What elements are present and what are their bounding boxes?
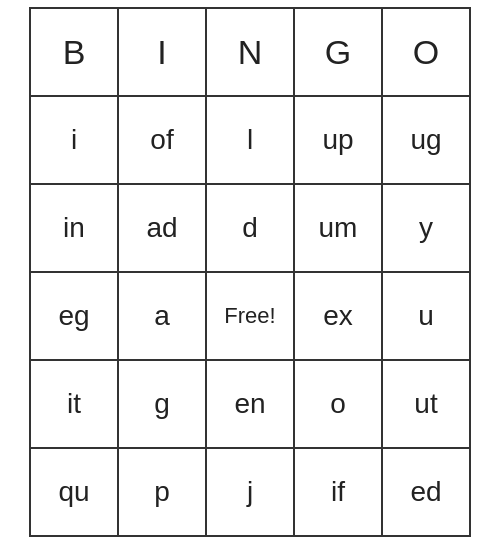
bingo-cell-r4-c4: ed (383, 449, 471, 537)
bingo-cell-r2-c4: u (383, 273, 471, 361)
bingo-cell-r0-c0: i (31, 97, 119, 185)
bingo-cell-r0-c2: l (207, 97, 295, 185)
header-row: BINGO (31, 9, 471, 97)
header-cell-o: O (383, 9, 471, 97)
header-cell-b: B (31, 9, 119, 97)
bingo-cell-r4-c0: qu (31, 449, 119, 537)
header-cell-g: G (295, 9, 383, 97)
bingo-cell-r0-c1: of (119, 97, 207, 185)
bingo-cell-r1-c0: in (31, 185, 119, 273)
bingo-row-1: inaddumy (31, 185, 471, 273)
bingo-cell-r4-c3: if (295, 449, 383, 537)
bingo-cell-r0-c4: ug (383, 97, 471, 185)
bingo-cell-r3-c1: g (119, 361, 207, 449)
bingo-card: BINGOioflupuginaddumyegaFree!exuitgenout… (29, 7, 471, 537)
bingo-cell-r3-c4: ut (383, 361, 471, 449)
bingo-cell-r1-c2: d (207, 185, 295, 273)
bingo-cell-r2-c1: a (119, 273, 207, 361)
bingo-row-4: qupjifed (31, 449, 471, 537)
header-cell-n: N (207, 9, 295, 97)
bingo-row-2: egaFree!exu (31, 273, 471, 361)
bingo-cell-r3-c0: it (31, 361, 119, 449)
bingo-cell-r1-c3: um (295, 185, 383, 273)
free-space: Free! (207, 273, 295, 361)
bingo-cell-r1-c4: y (383, 185, 471, 273)
bingo-row-0: ioflupug (31, 97, 471, 185)
bingo-cell-r2-c3: ex (295, 273, 383, 361)
bingo-cell-r4-c2: j (207, 449, 295, 537)
header-cell-i: I (119, 9, 207, 97)
bingo-cell-r0-c3: up (295, 97, 383, 185)
bingo-cell-r2-c0: eg (31, 273, 119, 361)
bingo-cell-r3-c3: o (295, 361, 383, 449)
bingo-cell-r4-c1: p (119, 449, 207, 537)
bingo-row-3: itgenout (31, 361, 471, 449)
bingo-cell-r1-c1: ad (119, 185, 207, 273)
bingo-cell-r3-c2: en (207, 361, 295, 449)
